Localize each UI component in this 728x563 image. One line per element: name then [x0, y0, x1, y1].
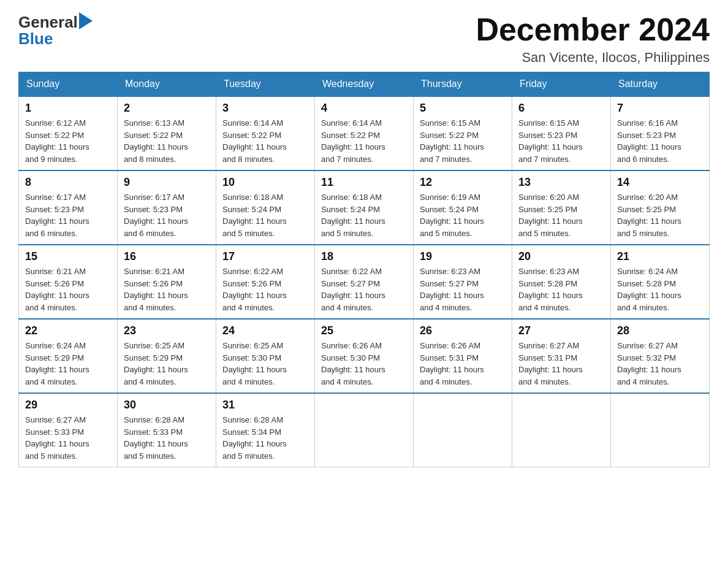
day-info: Sunrise: 6:25 AMSunset: 5:29 PMDaylight:… — [124, 340, 210, 388]
daylight-line2: and 7 minutes. — [420, 153, 506, 166]
day-info: Sunrise: 6:18 AMSunset: 5:24 PMDaylight:… — [222, 191, 308, 239]
weekday-header-tuesday: Tuesday — [216, 72, 315, 97]
calendar-cell: 27Sunrise: 6:27 AMSunset: 5:31 PMDayligh… — [512, 319, 611, 393]
daylight-line1: Daylight: 11 hours — [222, 438, 308, 450]
sunrise-line: Sunrise: 6:24 AM — [617, 266, 703, 278]
daylight-line1: Daylight: 11 hours — [420, 289, 506, 302]
day-info: Sunrise: 6:12 AMSunset: 5:22 PMDaylight:… — [25, 117, 111, 165]
calendar-week-row: 8Sunrise: 6:17 AMSunset: 5:23 PMDaylight… — [19, 170, 710, 245]
calendar-week-row: 1Sunrise: 6:12 AMSunset: 5:22 PMDaylight… — [19, 96, 710, 170]
sunset-line: Sunset: 5:29 PM — [124, 352, 210, 364]
sunrise-line: Sunrise: 6:18 AM — [321, 191, 407, 204]
calendar-cell: 1Sunrise: 6:12 AMSunset: 5:22 PMDaylight… — [19, 96, 118, 170]
daylight-line2: and 5 minutes. — [222, 228, 308, 240]
day-number: 12 — [420, 176, 506, 189]
day-info: Sunrise: 6:23 AMSunset: 5:27 PMDaylight:… — [420, 266, 506, 313]
day-number: 6 — [518, 102, 604, 115]
daylight-line2: and 4 minutes. — [124, 302, 210, 314]
sunset-line: Sunset: 5:22 PM — [25, 129, 111, 142]
sunset-line: Sunset: 5:23 PM — [124, 204, 210, 216]
calendar-cell: 10Sunrise: 6:18 AMSunset: 5:24 PMDayligh… — [216, 170, 315, 245]
calendar-cell: 20Sunrise: 6:23 AMSunset: 5:28 PMDayligh… — [512, 245, 611, 319]
day-number: 2 — [124, 102, 210, 115]
day-info: Sunrise: 6:26 AMSunset: 5:31 PMDaylight:… — [420, 340, 506, 388]
calendar-cell: 7Sunrise: 6:16 AMSunset: 5:23 PMDaylight… — [611, 96, 710, 170]
daylight-line2: and 5 minutes. — [124, 450, 210, 462]
sunrise-line: Sunrise: 6:22 AM — [222, 266, 308, 278]
day-number: 25 — [321, 324, 407, 337]
day-info: Sunrise: 6:22 AMSunset: 5:27 PMDaylight:… — [321, 266, 407, 313]
sunrise-line: Sunrise: 6:21 AM — [124, 266, 210, 278]
logo-blue-text: Blue — [18, 31, 93, 47]
sunrise-line: Sunrise: 6:14 AM — [321, 117, 407, 129]
calendar-cell: 21Sunrise: 6:24 AMSunset: 5:28 PMDayligh… — [611, 245, 710, 319]
sunset-line: Sunset: 5:23 PM — [518, 129, 604, 142]
sunset-line: Sunset: 5:23 PM — [25, 204, 111, 216]
sunrise-line: Sunrise: 6:25 AM — [222, 340, 308, 352]
sunset-line: Sunset: 5:28 PM — [617, 278, 703, 290]
day-number: 11 — [321, 176, 407, 189]
daylight-line1: Daylight: 11 hours — [124, 364, 210, 376]
daylight-line1: Daylight: 11 hours — [518, 141, 604, 153]
calendar-cell: 16Sunrise: 6:21 AMSunset: 5:26 PMDayligh… — [118, 245, 216, 319]
daylight-line1: Daylight: 11 hours — [617, 141, 703, 153]
sunset-line: Sunset: 5:24 PM — [222, 204, 308, 216]
day-number: 3 — [222, 102, 308, 115]
calendar-cell: 9Sunrise: 6:17 AMSunset: 5:23 PMDaylight… — [118, 170, 216, 245]
day-number: 31 — [222, 399, 308, 412]
daylight-line1: Daylight: 11 hours — [617, 289, 703, 302]
sunset-line: Sunset: 5:24 PM — [321, 204, 407, 216]
sunrise-line: Sunrise: 6:26 AM — [420, 340, 506, 352]
logo: General Blue — [18, 12, 93, 47]
calendar-week-row: 29Sunrise: 6:27 AMSunset: 5:33 PMDayligh… — [19, 393, 710, 467]
page-header: General Blue December 2024 San Vicente, … — [18, 12, 710, 66]
daylight-line2: and 5 minutes. — [420, 228, 506, 240]
calendar-cell: 5Sunrise: 6:15 AMSunset: 5:22 PMDaylight… — [414, 96, 512, 170]
calendar-cell: 11Sunrise: 6:18 AMSunset: 5:24 PMDayligh… — [315, 170, 414, 245]
day-info: Sunrise: 6:21 AMSunset: 5:26 PMDaylight:… — [124, 266, 210, 313]
daylight-line1: Daylight: 11 hours — [25, 215, 111, 228]
day-number: 30 — [124, 399, 210, 412]
daylight-line1: Daylight: 11 hours — [518, 364, 604, 376]
weekday-header-row: SundayMondayTuesdayWednesdayThursdayFrid… — [19, 72, 710, 97]
day-info: Sunrise: 6:27 AMSunset: 5:33 PMDaylight:… — [25, 414, 111, 462]
day-number: 22 — [25, 324, 111, 337]
day-number: 19 — [420, 250, 506, 263]
day-info: Sunrise: 6:26 AMSunset: 5:30 PMDaylight:… — [321, 340, 407, 388]
sunset-line: Sunset: 5:23 PM — [617, 129, 703, 142]
sunset-line: Sunset: 5:25 PM — [518, 204, 604, 216]
calendar-cell: 28Sunrise: 6:27 AMSunset: 5:32 PMDayligh… — [611, 319, 710, 393]
day-number: 1 — [25, 102, 111, 115]
daylight-line1: Daylight: 11 hours — [124, 215, 210, 228]
sunrise-line: Sunrise: 6:18 AM — [222, 191, 308, 204]
calendar-cell: 29Sunrise: 6:27 AMSunset: 5:33 PMDayligh… — [19, 393, 118, 467]
day-info: Sunrise: 6:23 AMSunset: 5:28 PMDaylight:… — [518, 266, 604, 313]
sunrise-line: Sunrise: 6:25 AM — [124, 340, 210, 352]
daylight-line2: and 4 minutes. — [420, 376, 506, 388]
day-info: Sunrise: 6:18 AMSunset: 5:24 PMDaylight:… — [321, 191, 407, 239]
daylight-line1: Daylight: 11 hours — [222, 364, 308, 376]
day-number: 20 — [518, 250, 604, 263]
day-number: 16 — [124, 250, 210, 263]
day-number: 14 — [617, 176, 703, 189]
daylight-line1: Daylight: 11 hours — [420, 141, 506, 153]
sunrise-line: Sunrise: 6:23 AM — [420, 266, 506, 278]
daylight-line2: and 5 minutes. — [222, 450, 308, 462]
sunrise-line: Sunrise: 6:22 AM — [321, 266, 407, 278]
sunrise-line: Sunrise: 6:13 AM — [124, 117, 210, 129]
sunrise-line: Sunrise: 6:27 AM — [518, 340, 604, 352]
sunset-line: Sunset: 5:30 PM — [321, 352, 407, 364]
calendar-cell: 15Sunrise: 6:21 AMSunset: 5:26 PMDayligh… — [19, 245, 118, 319]
day-number: 21 — [617, 250, 703, 263]
daylight-line2: and 6 minutes. — [124, 228, 210, 240]
daylight-line1: Daylight: 11 hours — [518, 289, 604, 302]
daylight-line2: and 5 minutes. — [321, 228, 407, 240]
day-info: Sunrise: 6:28 AMSunset: 5:33 PMDaylight:… — [124, 414, 210, 462]
sunset-line: Sunset: 5:30 PM — [222, 352, 308, 364]
day-number: 7 — [617, 102, 703, 115]
daylight-line1: Daylight: 11 hours — [222, 289, 308, 302]
calendar-cell — [512, 393, 611, 467]
daylight-line1: Daylight: 11 hours — [321, 364, 407, 376]
calendar-cell: 30Sunrise: 6:28 AMSunset: 5:33 PMDayligh… — [118, 393, 216, 467]
day-number: 10 — [222, 176, 308, 189]
